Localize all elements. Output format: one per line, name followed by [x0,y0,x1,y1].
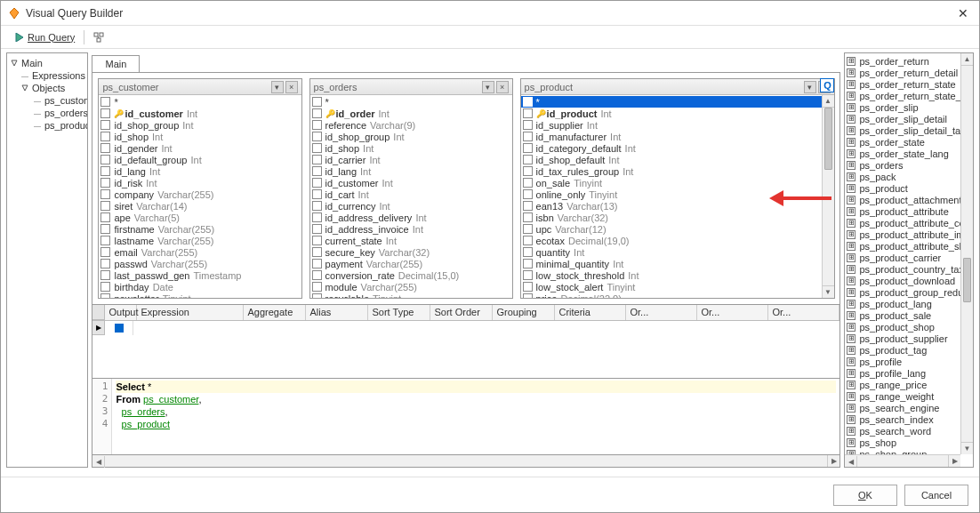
db-table-item[interactable]: ⊞ps_search_engine [847,402,973,413]
db-table-item[interactable]: ⊞ps_profile [847,356,973,367]
scroll-right-icon[interactable]: ▶ [948,455,960,467]
table-box-ps_orders[interactable]: ps_orders▾×*🔑id_orderIntreferenceVarchar… [309,78,513,299]
db-table-item[interactable]: ⊞ps_pack [847,171,973,182]
column-row[interactable]: passwdVarchar(255) [99,258,301,269]
column-row[interactable]: id_shop_groupInt [310,131,512,142]
column-checkbox[interactable] [312,108,322,118]
scroll-left-icon[interactable]: ◀ [92,456,105,468]
column-row[interactable]: siretVarchar(14) [99,200,301,212]
column-checkbox[interactable] [100,120,110,130]
column-row[interactable]: * [99,96,301,108]
db-table-item[interactable]: ⊞ps_order_state [847,136,973,148]
column-checkbox[interactable] [523,247,533,257]
column-checkbox[interactable] [100,247,110,257]
column-checkbox[interactable] [312,282,322,292]
column-checkbox[interactable] [100,143,110,153]
column-checkbox[interactable] [312,259,322,269]
column-row[interactable]: id_address_invoiceInt [310,223,512,235]
table-menu-button[interactable]: ▾ [271,81,284,93]
db-table-item[interactable]: ⊞ps_range_price [847,379,973,390]
column-row[interactable]: newsletterTinyint [99,293,301,298]
column-row[interactable]: ean13Varchar(13) [521,200,834,212]
column-checkbox[interactable] [100,132,110,141]
column-checkbox[interactable] [523,270,533,280]
db-table-item[interactable]: ⊞ps_order_return_state_lang [847,90,973,101]
db-table-item[interactable]: ⊞ps_order_return_detail [847,67,973,78]
table-box-ps_product[interactable]: ps_product▾×*🔑id_productIntid_supplierIn… [520,78,835,299]
grid-header-cell[interactable]: Sort Order [430,305,493,320]
column-row[interactable]: companyVarchar(255) [99,188,301,200]
column-row[interactable]: id_riskInt [99,177,301,188]
column-checkbox[interactable] [312,212,322,222]
run-query-button[interactable]: Run Query [10,30,80,44]
column-checkbox[interactable] [312,120,322,130]
column-row[interactable]: low_stock_alertTinyint [521,281,834,293]
column-row[interactable]: conversion_rateDecimal(15,0) [310,269,512,281]
column-checkbox[interactable] [523,259,533,269]
column-row[interactable]: id_shopInt [310,142,512,154]
column-checkbox[interactable] [100,270,110,280]
column-row[interactable]: referenceVarchar(9) [310,119,512,131]
layout-button[interactable] [88,30,109,44]
column-checkbox[interactable] [523,166,533,176]
grid-header-cell[interactable]: Sort Type [368,305,430,320]
column-row[interactable]: low_stock_thresholdInt [521,269,834,281]
column-row[interactable]: recyclableTinyint [310,293,512,298]
column-checkbox[interactable] [523,143,533,153]
column-checkbox[interactable] [312,178,322,188]
column-row[interactable]: birthdayDate [99,281,301,293]
column-checkbox[interactable] [100,108,110,118]
tree-object-item[interactable]: —ps_customer [9,94,85,107]
db-table-item[interactable]: ⊞ps_order_return [847,55,973,67]
column-checkbox[interactable] [312,155,322,164]
grid-header-cell[interactable]: Criteria [555,305,626,320]
column-row[interactable]: minimal_quantityInt [521,258,834,269]
column-row[interactable]: id_currencyInt [310,200,512,212]
column-row[interactable]: ecotaxDecimal(19,0) [521,235,834,246]
column-checkbox[interactable] [312,189,322,199]
db-table-item[interactable]: ⊞ps_product [847,182,973,194]
db-table-item[interactable]: ⊞ps_order_slip_detail_tax [847,124,973,136]
tree-object-item[interactable]: —ps_orders [9,107,85,119]
column-checkbox[interactable] [523,224,533,234]
grid-header-cell[interactable]: Or... [768,305,839,320]
column-checkbox[interactable] [523,293,533,298]
column-row[interactable]: apeVarchar(5) [99,212,301,223]
db-table-item[interactable]: ⊞ps_search_index [847,413,973,425]
db-table-item[interactable]: ⊞ps_profile_lang [847,367,973,379]
db-table-item[interactable]: ⊞ps_shop [847,437,973,448]
column-row[interactable]: id_shop_defaultInt [521,154,834,165]
column-row[interactable]: id_genderInt [99,142,301,154]
scroll-down-icon[interactable]: ▼ [823,285,834,298]
tab-main[interactable]: Main [92,55,140,72]
column-checkbox[interactable] [523,132,533,141]
column-checkbox[interactable] [312,132,322,141]
tree-main[interactable]: Main [9,57,85,69]
column-checkbox[interactable] [312,270,322,280]
column-row[interactable]: id_address_deliveryInt [310,212,512,223]
column-checkbox[interactable] [100,212,110,222]
db-table-item[interactable]: ⊞ps_product_country_tax [847,263,973,275]
grid-header-cell[interactable]: Or... [697,305,768,320]
column-row[interactable]: id_cartInt [310,188,512,200]
column-row[interactable]: current_stateInt [310,235,512,246]
column-checkbox[interactable] [523,201,533,211]
column-row[interactable]: id_shopInt [99,131,301,142]
column-row[interactable]: quantityInt [521,246,834,258]
column-row[interactable]: last_passwd_genTimestamp [99,269,301,281]
center-hscrollbar[interactable]: ◀ ▶ [92,455,840,468]
db-table-item[interactable]: ⊞ps_product_download [847,275,973,286]
table-close-button[interactable]: × [496,81,509,93]
output-checkbox[interactable] [105,321,133,335]
column-row[interactable]: lastnameVarchar(255) [99,235,301,246]
column-checkbox[interactable] [312,166,322,176]
db-table-item[interactable]: ⊞ps_order_slip [847,101,973,113]
column-row[interactable]: moduleVarchar(255) [310,281,512,293]
column-checkbox[interactable] [312,97,322,107]
column-row[interactable]: id_tax_rules_groupInt [521,165,834,177]
db-table-item[interactable]: ⊞ps_product_attribute_combin [847,217,973,228]
column-row[interactable]: online_onlyTinyint [521,188,834,200]
column-row[interactable]: 🔑id_customerInt [99,108,301,119]
column-checkbox[interactable] [100,189,110,199]
tree-objects[interactable]: Objects [9,82,85,94]
